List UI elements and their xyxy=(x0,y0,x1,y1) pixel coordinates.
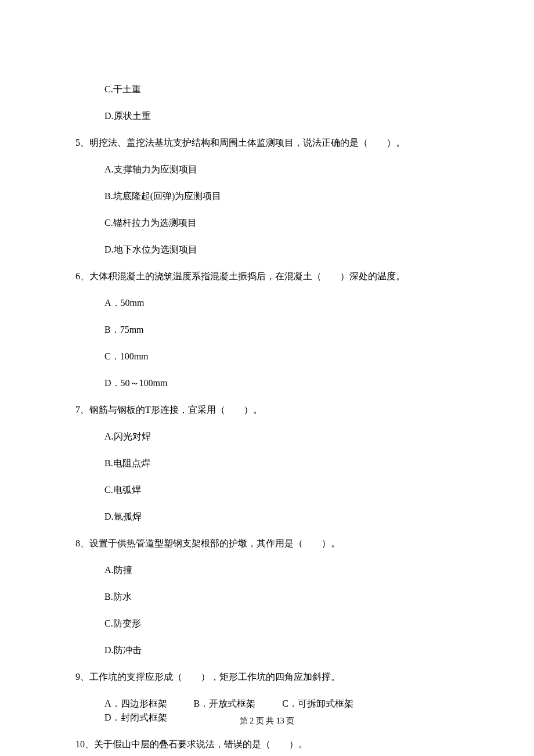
q5-option-label: C.锚杆拉力为选测项目 xyxy=(104,216,459,230)
q6-option-label: D．50～100mm xyxy=(104,376,459,390)
q8-option-label: C.防变形 xyxy=(104,617,459,631)
page-footer: 第 2 页 共 13 页 xyxy=(0,715,534,727)
q9-option-label: B．开放式框架 xyxy=(194,697,256,711)
q6-option-label: B．75mm xyxy=(104,323,459,337)
q7-option-label: C.电弧焊 xyxy=(104,483,459,497)
q6-stem: 6、大体积混凝土的浇筑温度系指混凝土振捣后，在混凝土（ ）深处的温度。 xyxy=(75,269,459,283)
q5-option-label: D.地下水位为选测项目 xyxy=(104,243,459,257)
q9-option-label: C．可拆卸式框架 xyxy=(282,697,353,711)
q4-option-label: D.原状土重 xyxy=(104,109,459,123)
q9-stem: 9、工作坑的支撑应形成（ ），矩形工作坑的四角应加斜撑。 xyxy=(75,670,459,684)
q4-option-label: C.干土重 xyxy=(104,82,459,96)
q8-option-label: A.防撞 xyxy=(104,563,459,577)
q6-option-label: A．50mm xyxy=(104,296,459,310)
q9-option-label: A．四边形框架 xyxy=(104,697,167,711)
q5-option-label: B.坑底隆起(回弹)为应测项目 xyxy=(104,189,459,203)
q8-option-label: B.防水 xyxy=(104,590,459,604)
q8-stem: 8、设置于供热管道型塑钢支架根部的护墩，其作用是（ ）。 xyxy=(75,537,459,550)
q7-option-label: B.电阻点焊 xyxy=(104,456,459,470)
q6-option-label: C．100mm xyxy=(104,350,459,363)
q7-option-label: A.闪光对焊 xyxy=(104,430,459,444)
q7-option-label: D.氩孤焊 xyxy=(104,510,459,524)
page-content: C.干土重 D.原状土重 5、明挖法、盖挖法基坑支护结构和周围土体监测项目，说法… xyxy=(0,0,534,756)
q5-option-label: A.支撑轴力为应测项目 xyxy=(104,163,459,177)
q10-stem: 10、关于假山中层的叠石要求说法，错误的是（ ）。 xyxy=(75,737,459,751)
q7-stem: 7、钢筋与钢板的T形连接，宜采用（ ）。 xyxy=(75,403,459,417)
q5-stem: 5、明挖法、盖挖法基坑支护结构和周围土体监测项目，说法正确的是（ ）。 xyxy=(75,136,459,150)
q8-option-label: D.防冲击 xyxy=(104,643,459,657)
